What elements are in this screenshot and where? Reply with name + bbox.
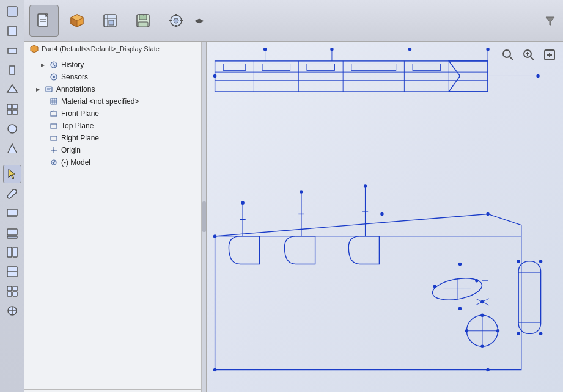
svg-point-127 [539,260,542,263]
svg-point-60 [53,150,55,151]
part-name-label: Part4 (Default<<Default>_Display State [42,45,160,53]
panel-resize-handle[interactable] [202,42,207,392]
svg-rect-31 [109,20,114,25]
tool-view5[interactable] [3,120,21,138]
svg-point-9 [8,125,17,133]
svg-point-111 [433,285,436,288]
tool-display3[interactable] [3,243,21,261]
svg-rect-14 [7,247,12,257]
svg-rect-48 [51,98,57,104]
svg-rect-53 [51,112,57,116]
left-toolbar [0,0,24,392]
new-button[interactable] [29,5,59,37]
svg-rect-80 [351,64,396,70]
history-icon [49,60,59,70]
svg-rect-33 [139,15,147,20]
svg-rect-0 [7,7,17,16]
svg-point-98 [241,201,244,204]
toolbar-arrow[interactable]: ◀▶ [194,5,204,37]
viewport[interactable]: .cad { stroke: #1a3cc8; fill: none; stro… [207,42,563,392]
front-plane-label: Front Plane [61,109,99,118]
svg-rect-21 [13,292,17,296]
tool-display5[interactable] [3,282,21,300]
svg-point-134 [213,368,216,371]
tool-3d[interactable] [3,22,21,40]
svg-point-113 [458,263,462,266]
tree-item-material[interactable]: ▶ Material <not specified> [24,95,201,107]
annotations-icon [44,84,54,94]
svg-rect-6 [13,104,17,109]
svg-rect-77 [223,64,245,70]
svg-rect-18 [7,286,12,291]
svg-rect-3 [10,66,15,74]
svg-point-126 [517,260,520,263]
svg-rect-57 [51,136,57,140]
svg-point-121 [496,329,499,332]
filter-button[interactable] [542,13,558,29]
tree-item-sensors[interactable]: ▶ Sensors [24,71,201,83]
sensors-icon [49,72,59,82]
svg-point-119 [480,345,484,348]
front-plane-icon [49,109,59,118]
svg-point-136 [486,212,489,216]
svg-rect-2 [8,48,17,53]
tree-item-model[interactable]: ▶ (-) Model [24,156,201,169]
svg-rect-45 [46,87,52,92]
svg-rect-15 [13,247,17,257]
tool-display6[interactable] [3,302,21,320]
expand-history[interactable]: ▶ [39,61,46,68]
svg-rect-81 [413,64,441,70]
svg-rect-78 [262,64,290,70]
part-button[interactable] [62,5,92,37]
save-button[interactable] [128,5,158,37]
svg-rect-19 [13,286,17,291]
tree-item-front-plane[interactable]: ▶ Front Plane [24,107,201,120]
svg-rect-20 [7,292,12,296]
tool-view3[interactable] [3,81,21,99]
origin-icon [49,145,59,155]
svg-point-114 [458,307,462,310]
tool-view2[interactable] [3,61,21,79]
svg-rect-1 [8,27,17,35]
svg-point-86 [213,74,216,78]
material-icon [49,96,59,106]
tool-display2[interactable] [3,223,21,242]
tree-item-annotations[interactable]: ▶ Annotations [24,83,201,95]
part-header[interactable]: Part4 (Default<<Default>_Display State [24,42,201,56]
model-label: (-) Model [61,158,90,167]
svg-rect-10 [7,209,17,216]
svg-point-37 [174,18,178,23]
svg-rect-56 [51,124,57,128]
top-plane-icon [49,121,59,131]
tree-item-right-plane[interactable]: ▶ Right Plane [24,132,201,144]
right-plane-icon [49,133,59,143]
tool-cursor[interactable] [3,165,21,183]
tool-select[interactable] [3,2,21,21]
tree-item-origin[interactable]: ▶ Origin [24,144,201,156]
svg-point-132 [213,234,216,238]
sensors-label: Sensors [61,73,88,81]
feature-tree: Part4 (Default<<Default>_Display State ▶… [24,42,202,392]
svg-rect-34 [138,22,148,27]
svg-point-44 [53,76,55,78]
tool-wrench[interactable] [3,184,21,203]
svg-point-102 [364,184,367,187]
tool-view4[interactable] [3,100,21,118]
tool-display1[interactable] [3,204,21,222]
svg-rect-13 [7,236,17,238]
tool-view6[interactable] [3,139,21,158]
svg-point-112 [475,279,478,282]
tool-view1[interactable] [3,42,21,60]
featuremanager-button[interactable] [95,5,125,37]
main-area: ◀▶ Part4 (Default<<Default>_Display Stat… [24,0,563,392]
tree-item-history[interactable]: ▶ History [24,59,201,71]
part-icon [29,44,39,54]
tree-item-top-plane[interactable]: ▶ Top Plane [24,120,201,132]
svg-point-120 [465,329,468,332]
history-label: History [61,60,84,69]
tool-display4[interactable] [3,263,21,281]
svg-point-129 [539,332,542,335]
expand-annotations[interactable]: ▶ [34,85,42,93]
model-icon [49,158,59,167]
options-button[interactable] [161,5,191,37]
